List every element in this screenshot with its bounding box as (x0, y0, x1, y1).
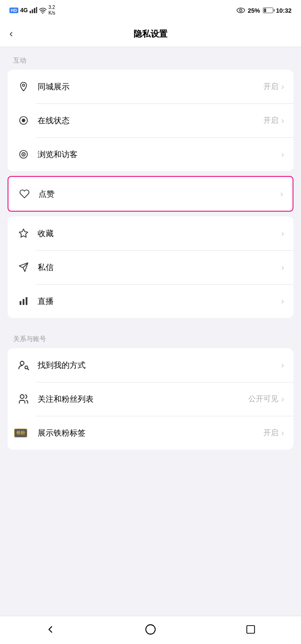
signal-text: 4G (20, 7, 28, 14)
item-follow-fans-value: 公开可见 (248, 394, 278, 404)
svg-point-19 (20, 361, 24, 365)
eye-browse-icon (17, 148, 30, 161)
nav-back-button[interactable] (39, 618, 62, 641)
chevron-icon: › (281, 262, 284, 272)
svg-rect-2 (34, 8, 35, 13)
item-online-status[interactable]: 在线状态 开启 › (8, 103, 293, 137)
svg-point-4 (42, 12, 43, 13)
chevron-icon: › (281, 82, 284, 92)
nav-header: ‹ 隐私设置 (0, 21, 301, 47)
chevron-icon: › (280, 189, 283, 199)
online-icon (17, 114, 30, 127)
svg-line-21 (28, 369, 29, 370)
item-messages[interactable]: 私信 › (8, 250, 293, 284)
section-label-interaction: 互动 (0, 47, 301, 70)
card-relations: 找到我的方式 › 关注和粉丝列表 公开可见 › 铁粉 展示铁粉标签 开启 › (8, 348, 293, 450)
hd-badge: HD (9, 8, 18, 13)
item-find-me-label: 找到我的方式 (38, 360, 278, 371)
bar-chart-icon (17, 294, 30, 308)
item-iron-fan-label: 展示铁粉标签 (38, 428, 263, 438)
status-left: HD 4G 3.2K/s (9, 5, 55, 16)
star-icon (17, 227, 30, 240)
chevron-icon: › (281, 360, 284, 370)
svg-point-9 (22, 119, 25, 122)
item-messages-label: 私信 (38, 262, 278, 273)
iron-fan-badge: 铁粉 (14, 429, 27, 437)
chevron-icon: › (281, 229, 284, 239)
card-interaction-top: 同城展示 开启 › 在线状态 开启 › 浏览和访客 › (8, 70, 293, 171)
status-right: 25% 10:32 (237, 7, 292, 14)
svg-rect-3 (36, 7, 38, 13)
item-same-city-value: 开启 (263, 82, 278, 92)
item-browse-visitors[interactable]: 浏览和访客 › (8, 137, 293, 171)
time: 10:32 (276, 7, 292, 14)
iron-fan-icon: 铁粉 (17, 426, 30, 439)
svg-rect-18 (26, 297, 28, 305)
bottom-nav (0, 616, 301, 644)
section-label-relations: 关系与账号 (0, 326, 301, 348)
item-find-me[interactable]: 找到我的方式 › (8, 348, 293, 382)
item-same-city-label: 同城展示 (38, 81, 263, 92)
item-live[interactable]: 直播 › (8, 284, 293, 318)
item-online-status-value: 开启 (263, 116, 278, 126)
svg-point-12 (23, 154, 24, 155)
item-live-label: 直播 (38, 296, 278, 307)
svg-point-5 (237, 8, 245, 13)
wifi-icon (39, 8, 47, 14)
svg-marker-13 (19, 229, 28, 237)
send-icon (17, 261, 30, 274)
heart-icon (18, 187, 31, 200)
svg-rect-1 (32, 9, 33, 13)
item-online-status-label: 在线状态 (38, 115, 263, 126)
card-interaction-bottom: 收藏 › 私信 › 直播 › (8, 216, 293, 318)
item-likes[interactable]: 点赞 › (8, 177, 293, 211)
svg-point-23 (146, 625, 155, 634)
chevron-icon: › (281, 394, 284, 404)
person-search-icon (17, 358, 30, 372)
svg-point-7 (23, 84, 25, 87)
battery-indicator (263, 8, 273, 13)
back-button[interactable]: ‹ (9, 28, 13, 40)
item-same-city[interactable]: 同城展示 开启 › (8, 70, 293, 103)
nav-home-button[interactable] (139, 618, 162, 641)
battery-pct: 25% (248, 7, 260, 14)
nav-recent-button[interactable] (239, 618, 262, 641)
location-icon (17, 80, 30, 93)
chevron-icon: › (281, 296, 284, 306)
chevron-icon: › (281, 150, 284, 159)
speed-text: 3.2K/s (48, 5, 55, 16)
item-follow-fans-label: 关注和粉丝列表 (38, 394, 248, 405)
svg-rect-24 (247, 625, 255, 633)
item-likes-highlighted[interactable]: 点赞 › (8, 176, 293, 212)
item-favorites[interactable]: 收藏 › (8, 216, 293, 250)
chevron-icon: › (281, 116, 284, 126)
signal-icon (30, 7, 37, 14)
item-likes-label: 点赞 (39, 189, 277, 199)
svg-rect-0 (30, 11, 31, 13)
svg-point-6 (239, 9, 242, 12)
eye-status-icon (237, 7, 245, 14)
item-follow-fans[interactable]: 关注和粉丝列表 公开可见 › (8, 382, 293, 416)
page-title: 隐私设置 (134, 28, 167, 40)
svg-rect-16 (20, 301, 22, 305)
svg-rect-17 (23, 299, 24, 305)
persons-icon (17, 392, 30, 405)
svg-point-22 (20, 395, 24, 398)
item-browse-visitors-label: 浏览和访客 (38, 149, 278, 160)
chevron-icon: › (281, 428, 284, 438)
item-iron-fan[interactable]: 铁粉 展示铁粉标签 开启 › (8, 416, 293, 450)
status-bar: HD 4G 3.2K/s 25% 10:32 (0, 0, 301, 21)
item-iron-fan-value: 开启 (263, 428, 278, 438)
item-favorites-label: 收藏 (38, 228, 278, 239)
